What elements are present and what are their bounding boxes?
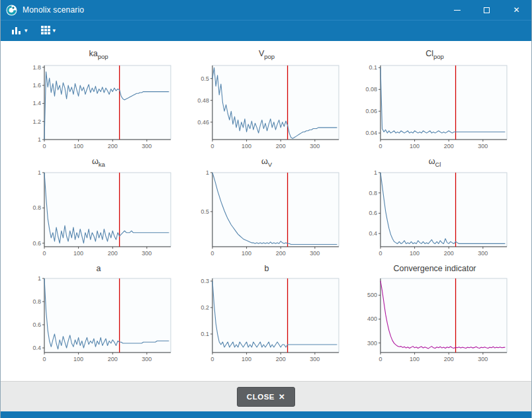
chart-cell-a: a01002003000.40.60.81 (23, 264, 174, 364)
svg-text:300: 300 (478, 143, 488, 149)
svg-text:1.8: 1.8 (32, 63, 41, 70)
chart-title: a (97, 264, 101, 273)
svg-text:200: 200 (108, 356, 118, 362)
svg-text:1: 1 (38, 169, 41, 176)
svg-text:100: 100 (410, 143, 420, 149)
svg-text:200: 200 (444, 143, 454, 149)
chart-cell-Cl_pop: Clpop01002003000.040.060.080.1 (359, 49, 510, 151)
svg-text:100: 100 (410, 250, 420, 257)
titlebar-left: Monolix scenario (1, 5, 84, 16)
titlebar-controls: ✕ (442, 0, 531, 20)
svg-text:100: 100 (73, 356, 83, 362)
chart-canvas: 0100200300300400500 (359, 274, 510, 364)
svg-text:100: 100 (242, 356, 251, 362)
svg-text:200: 200 (444, 356, 454, 362)
svg-text:1: 1 (374, 169, 377, 176)
window-titlebar: Monolix scenario ✕ (1, 0, 531, 20)
svg-text:300: 300 (478, 250, 488, 257)
svg-text:0: 0 (42, 356, 46, 362)
svg-text:300: 300 (142, 356, 152, 362)
svg-text:200: 200 (276, 356, 286, 362)
svg-text:0.5: 0.5 (200, 75, 209, 81)
svg-text:100: 100 (73, 143, 83, 149)
svg-text:100: 100 (242, 250, 251, 257)
svg-text:100: 100 (242, 143, 251, 149)
svg-text:0.06: 0.06 (365, 108, 377, 114)
chart-title: Vpop (259, 49, 275, 60)
svg-text:0: 0 (42, 143, 46, 149)
svg-text:1: 1 (38, 275, 41, 282)
svg-text:0: 0 (378, 356, 382, 362)
chart-cell-b: b01002003000.10.20.3 (191, 264, 342, 364)
svg-text:200: 200 (108, 250, 118, 257)
caret-down-icon: ▾ (53, 28, 56, 34)
svg-text:0: 0 (378, 250, 382, 257)
maximize-button[interactable] (472, 0, 502, 20)
svg-text:0.04: 0.04 (365, 130, 377, 136)
svg-text:0.6: 0.6 (32, 240, 41, 247)
chart-title: Convergence indicator (393, 264, 476, 273)
svg-text:0: 0 (210, 143, 214, 149)
chart-cell-omega_Cl: ωCl01002003000.40.60.81 (359, 157, 510, 259)
monolix-window: Monolix scenario ✕ ▾ (0, 0, 532, 418)
chart-title: ωV (261, 157, 272, 168)
layout-grid-dropdown-button[interactable]: ▾ (36, 23, 61, 39)
svg-text:1.2: 1.2 (32, 118, 41, 124)
svg-text:300: 300 (142, 250, 152, 257)
svg-text:0.5: 0.5 (200, 208, 209, 215)
svg-text:300: 300 (310, 250, 320, 257)
caret-down-icon: ▾ (24, 28, 28, 34)
close-x-icon: ✕ (279, 392, 285, 401)
svg-text:0.08: 0.08 (365, 86, 377, 93)
svg-text:1.6: 1.6 (32, 82, 41, 89)
monolix-app-icon (6, 5, 17, 16)
chart-type-dropdown-button[interactable]: ▾ (7, 23, 32, 39)
chart-title: ωCl (429, 157, 441, 168)
chart-cell-convergence_indicator: Convergence indicator0100200300300400500 (359, 264, 510, 364)
svg-text:400: 400 (367, 315, 377, 322)
svg-text:0.48: 0.48 (197, 97, 209, 103)
svg-text:0.4: 0.4 (369, 230, 377, 237)
bottom-accent-strip (1, 411, 531, 418)
svg-text:0.4: 0.4 (32, 345, 41, 351)
svg-text:0.8: 0.8 (32, 298, 41, 305)
svg-text:500: 500 (367, 292, 377, 298)
svg-text:1: 1 (206, 169, 209, 176)
chart-canvas: 010020030011.21.41.61.8 (23, 62, 174, 151)
chart-cell-omega_V: ωV01002003000.51 (191, 157, 342, 259)
svg-text:0.6: 0.6 (32, 321, 41, 328)
chart-canvas: 01002003000.51 (191, 169, 342, 259)
svg-text:200: 200 (276, 143, 286, 149)
chart-cell-ka_pop: kapop010020030011.21.41.61.8 (23, 49, 174, 151)
svg-text:300: 300 (310, 143, 320, 149)
svg-text:0.8: 0.8 (32, 204, 41, 211)
chart-title: kapop (89, 49, 108, 60)
svg-text:0.8: 0.8 (369, 190, 377, 196)
bar-chart-icon (12, 26, 22, 36)
svg-text:200: 200 (444, 250, 454, 257)
toolbar: ▾ ▾ (1, 20, 531, 41)
svg-text:300: 300 (478, 356, 488, 362)
chart-canvas: 01002003000.10.20.3 (191, 274, 342, 364)
chart-canvas: 01002003000.60.81 (23, 169, 174, 259)
svg-text:1: 1 (38, 136, 41, 143)
svg-text:0.6: 0.6 (369, 210, 377, 216)
svg-text:300: 300 (367, 340, 377, 347)
svg-text:0.3: 0.3 (200, 278, 209, 284)
svg-text:200: 200 (108, 143, 118, 149)
chart-canvas: 01002003000.460.480.5 (191, 62, 342, 151)
chart-title: Clpop (425, 49, 444, 60)
svg-text:300: 300 (142, 143, 152, 149)
chart-canvas: 01002003000.40.60.81 (23, 274, 174, 364)
charts-grid: kapop010020030011.21.41.61.8Vpop01002003… (1, 41, 531, 381)
close-button[interactable]: CLOSE ✕ (237, 387, 295, 407)
svg-text:0.2: 0.2 (200, 304, 209, 311)
svg-text:0: 0 (42, 250, 46, 257)
window-title: Monolix scenario (22, 5, 84, 15)
close-window-button[interactable]: ✕ (502, 0, 531, 20)
minimize-button[interactable] (442, 0, 472, 20)
svg-text:0.46: 0.46 (197, 118, 209, 125)
chart-canvas: 01002003000.040.060.080.1 (359, 62, 510, 151)
svg-text:0: 0 (210, 356, 214, 362)
chart-canvas: 01002003000.40.60.81 (359, 169, 510, 259)
